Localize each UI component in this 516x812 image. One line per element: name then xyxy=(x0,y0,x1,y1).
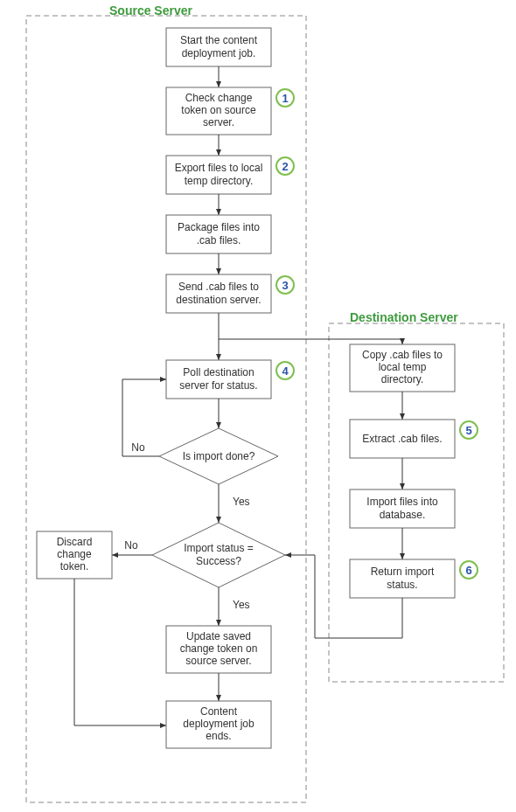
svg-text:change token on: change token on xyxy=(180,642,258,655)
svg-text:change: change xyxy=(57,548,92,560)
svg-text:Start the content: Start the content xyxy=(180,34,258,46)
svg-text:Update saved: Update saved xyxy=(186,630,251,642)
svg-text:status.: status. xyxy=(387,579,417,591)
label-isdone-yes: Yes xyxy=(233,496,250,508)
svg-text:destination server.: destination server. xyxy=(176,294,261,306)
svg-text:server.: server. xyxy=(203,116,234,128)
annotation-1: 1 xyxy=(282,92,288,105)
svg-text:Poll destination: Poll destination xyxy=(183,366,254,378)
edge-send-copy xyxy=(219,339,402,344)
svg-text:Return import: Return import xyxy=(371,566,435,578)
svg-text:Check change: Check change xyxy=(185,92,253,104)
svg-text:token on source: token on source xyxy=(181,104,256,116)
svg-text:token.: token. xyxy=(60,560,89,573)
svg-text:Discard: Discard xyxy=(57,536,93,548)
edge-discard-end xyxy=(74,579,166,725)
annotation-3: 3 xyxy=(282,279,288,292)
svg-text:Import files into: Import files into xyxy=(366,496,438,508)
svg-text:Import status =: Import status = xyxy=(184,542,254,554)
svg-text:Export files to local: Export files to local xyxy=(175,162,263,174)
annotation-2: 2 xyxy=(282,160,288,173)
annotation-4: 4 xyxy=(282,364,289,378)
svg-text:.cab files.: .cab files. xyxy=(197,234,241,246)
svg-text:deployment job: deployment job xyxy=(183,718,255,730)
destination-server-title: Destination Server xyxy=(350,310,458,324)
svg-text:Copy .cab files to: Copy .cab files to xyxy=(362,349,443,361)
svg-text:ends.: ends. xyxy=(206,730,231,742)
label-isdone-no: No xyxy=(131,441,145,454)
svg-text:directory.: directory. xyxy=(381,373,423,385)
svg-text:source server.: source server. xyxy=(185,655,251,667)
svg-text:Content: Content xyxy=(200,705,238,718)
annotation-6: 6 xyxy=(465,564,471,577)
svg-text:Success?: Success? xyxy=(196,555,241,567)
label-success-no: No xyxy=(124,539,138,552)
svg-text:Extract .cab files.: Extract .cab files. xyxy=(362,433,442,445)
svg-text:server for status.: server for status. xyxy=(179,379,257,392)
annotation-5: 5 xyxy=(465,424,471,437)
svg-text:local temp: local temp xyxy=(379,361,427,373)
source-server-title: Source Server xyxy=(109,3,192,17)
svg-text:deployment job.: deployment job. xyxy=(182,47,256,59)
svg-text:temp directory.: temp directory. xyxy=(185,175,253,187)
svg-text:database.: database. xyxy=(380,509,426,521)
svg-text:Is import done?: Is import done? xyxy=(183,450,255,462)
svg-text:Send .cab files to: Send .cab files to xyxy=(178,281,259,293)
flowchart-diagram: Source Server Destination Server Start t… xyxy=(0,0,516,812)
svg-text:Package files into: Package files into xyxy=(178,221,260,233)
label-success-yes: Yes xyxy=(233,599,250,611)
